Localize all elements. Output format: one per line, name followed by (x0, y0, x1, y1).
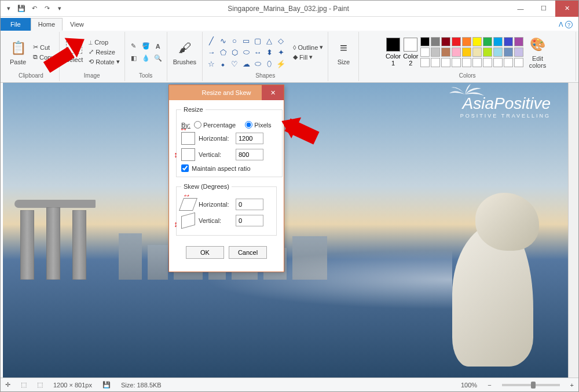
ok-button[interactable]: OK (186, 246, 224, 259)
paste-button[interactable]: 📋 Paste (6, 38, 30, 67)
zoom-in-button[interactable]: + (570, 382, 574, 389)
watermark-logo: AsiaPositive POSITIVE TRAVELLING (460, 94, 551, 119)
group-size: ≡ Size (328, 32, 359, 81)
palette-swatch[interactable] (504, 58, 513, 67)
minimize-button[interactable]: — (509, 1, 532, 17)
palette-swatch[interactable] (483, 58, 492, 67)
brushes-button[interactable]: 🖌 Brushes (171, 38, 199, 67)
palette-swatch[interactable] (514, 37, 523, 46)
skew-fieldset: Skew (Degrees) Horizontal: Vertical: (176, 183, 277, 236)
palette-swatch[interactable] (483, 37, 492, 46)
skew-v-label: Vertical: (199, 217, 232, 224)
skew-horizontal-input[interactable] (236, 199, 263, 210)
quick-access-toolbar: ▾ 💾 ↶ ↷ ▾ (1, 4, 68, 13)
rotate-button[interactable]: ⟲Rotate ▾ (87, 57, 120, 66)
palette-swatch[interactable] (431, 37, 440, 46)
palette-swatch[interactable] (431, 47, 440, 57)
palette-swatch[interactable] (431, 58, 440, 67)
zoom-tool[interactable]: 🔍 (153, 53, 163, 64)
cut-icon: ✂ (33, 43, 38, 51)
text-tool[interactable]: A (153, 41, 163, 52)
vertical-resize-icon (181, 148, 195, 161)
group-brushes: 🖌 Brushes (167, 32, 203, 81)
outline-icon: ◊ (293, 44, 296, 51)
pixels-radio[interactable]: Pixels (245, 121, 271, 129)
crop-button[interactable]: ⟂Crop (87, 38, 120, 46)
palette-swatch[interactable] (504, 37, 513, 46)
palette-swatch[interactable] (420, 37, 430, 46)
zoom-out-button[interactable]: − (488, 382, 491, 389)
edit-colors-button[interactable]: 🎨 Edit colors (526, 34, 549, 70)
color2-button[interactable]: Color 2 (403, 38, 418, 67)
redo-icon[interactable]: ↷ (42, 4, 52, 13)
size-button[interactable]: ≡ Size (332, 38, 355, 67)
zoom-slider[interactable] (502, 384, 560, 386)
dialog-close-button[interactable]: ✕ (262, 85, 284, 100)
maximize-button[interactable]: ☐ (532, 1, 555, 17)
palette-swatch[interactable] (420, 58, 430, 67)
shapes-group-label: Shapes (255, 71, 275, 80)
resize-vertical-input[interactable] (236, 149, 263, 160)
palette-swatch[interactable] (472, 37, 482, 46)
palette-swatch[interactable] (462, 47, 471, 57)
maintain-aspect-checkbox[interactable]: Maintain aspect ratio (181, 164, 277, 172)
horizontal-label: Horizontal: (199, 135, 232, 142)
color1-button[interactable]: Color 1 (386, 38, 401, 67)
close-button[interactable]: ✕ (555, 1, 578, 17)
group-shapes: ╱∿○▭▢△◇ →⬠⬡⬭↔⬍✦ ☆⬥♡☁⬭⬯⚡ ◊Outline ▾ ◆Fill… (203, 32, 328, 81)
ribbon-collapse-icon[interactable]: ᐱ ? (553, 19, 578, 31)
fill-tool[interactable]: 🪣 (141, 41, 151, 52)
shape-fill-button[interactable]: ◆Fill ▾ (292, 53, 324, 61)
save-icon[interactable]: 💾 (17, 4, 26, 13)
palette-swatch[interactable] (452, 47, 461, 57)
qat-more-icon[interactable]: ▾ (55, 4, 64, 13)
eraser-tool[interactable]: ◧ (129, 53, 139, 64)
dialog-titlebar[interactable]: Resize and Skew ✕ (169, 85, 284, 100)
palette-swatch[interactable] (462, 37, 471, 46)
paste-icon: 📋 (9, 39, 27, 57)
horizontal-skew-icon (179, 198, 197, 211)
rotate-icon: ⟲ (89, 58, 94, 65)
cut-button[interactable]: ✂Cut (32, 43, 56, 52)
edit-colors-icon: 🎨 (528, 35, 547, 54)
palette-swatch[interactable] (514, 58, 523, 67)
skew-legend: Skew (Degrees) (181, 183, 232, 190)
palette-swatch[interactable] (452, 58, 461, 67)
picker-tool[interactable]: 💧 (141, 53, 151, 64)
percentage-radio[interactable]: Percentage (194, 121, 236, 129)
merlion-statue (441, 175, 539, 367)
palette-swatch[interactable] (493, 47, 503, 57)
tab-home[interactable]: Home (31, 18, 63, 31)
cancel-button[interactable]: Cancel (229, 246, 267, 259)
vertical-scrollbar[interactable] (568, 83, 578, 378)
qat-dropdown-icon[interactable]: ▾ (4, 4, 13, 13)
undo-icon[interactable]: ↶ (30, 4, 39, 13)
palette-swatch[interactable] (514, 47, 523, 57)
paste-label: Paste (10, 58, 26, 65)
resize-fieldset: Resize By: Percentage Pixels Horizontal:… (176, 106, 283, 177)
palette-swatch[interactable] (472, 47, 482, 57)
palette-swatch[interactable] (462, 58, 471, 67)
shapes-gallery[interactable]: ╱∿○▭▢△◇ →⬠⬡⬭↔⬍✦ ☆⬥♡☁⬭⬯⚡ (206, 35, 286, 69)
resize-horizontal-input[interactable] (236, 133, 263, 144)
skew-vertical-input[interactable] (236, 215, 263, 226)
palette-swatch[interactable] (493, 37, 503, 46)
colors-group-label: Colors (459, 71, 476, 80)
tab-file[interactable]: File (1, 18, 31, 31)
palette-swatch[interactable] (420, 47, 430, 57)
palette-swatch[interactable] (441, 37, 450, 46)
palette-swatch[interactable] (504, 47, 513, 57)
skew-h-label: Horizontal: (199, 201, 232, 208)
pencil-tool[interactable]: ✎ (129, 41, 139, 52)
resize-button[interactable]: ⤢Resize (87, 47, 120, 56)
palette-swatch[interactable] (441, 47, 450, 57)
shape-outline-button[interactable]: ◊Outline ▾ (292, 43, 324, 52)
tab-view[interactable]: View (63, 18, 91, 31)
selection-icon: ⬚ (21, 381, 27, 389)
palette-swatch[interactable] (441, 58, 450, 67)
palette-swatch[interactable] (483, 47, 492, 57)
palette-swatch[interactable] (472, 58, 482, 67)
color-palette[interactable] (420, 37, 523, 67)
palette-swatch[interactable] (493, 58, 503, 67)
palette-swatch[interactable] (452, 37, 461, 46)
